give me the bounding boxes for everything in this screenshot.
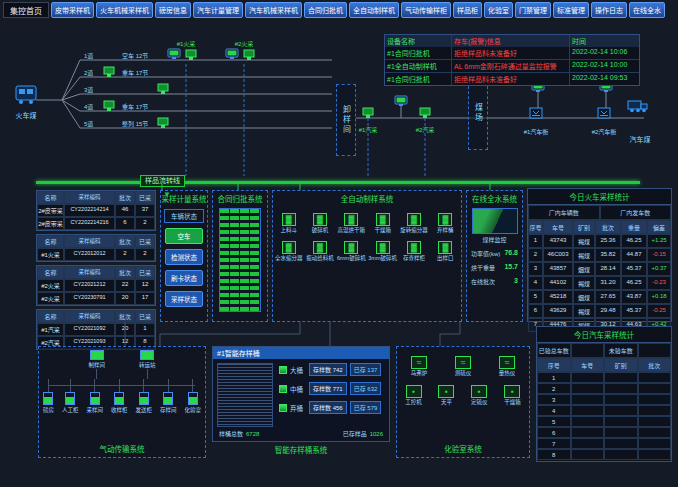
sample-table: 名称采样编码批次已采#2火采CY220212122212#2火采CY202307… bbox=[36, 265, 156, 306]
header-cell: 矿别 bbox=[604, 358, 638, 372]
table-cell: 44.87 bbox=[621, 248, 647, 262]
nav-home-label[interactable]: 集控首页 bbox=[3, 2, 49, 18]
autoprep-panel: 全自动制样系统 ▓上料斗▓破碎机▓高温烘干箱▓干燥箱▓旋转缩分器▓弃样桶 ▓全水… bbox=[272, 190, 462, 322]
equipment-icon: ▓ bbox=[407, 241, 421, 254]
bucket-footer: 样桶总数6728已存样品1026 bbox=[213, 429, 389, 441]
autoprep-title: 全自动制样系统 bbox=[273, 191, 461, 205]
equipment-icon: ▓ bbox=[282, 241, 296, 254]
train-stats-header: 序号车号矿别批次重量偏差 bbox=[528, 220, 671, 234]
sampler-icon bbox=[244, 50, 254, 60]
nav-item[interactable]: 汽车计量管理 bbox=[193, 2, 243, 18]
nav-item[interactable]: 样品柜 bbox=[453, 2, 482, 18]
nav-item[interactable]: 标准管理 bbox=[553, 2, 589, 18]
table-cell: CY22012012 bbox=[64, 248, 115, 261]
batching-title: 合同归批系统 bbox=[213, 191, 267, 205]
table-row: 1 bbox=[537, 372, 671, 383]
index-cell: 3 bbox=[537, 394, 571, 405]
summary-cell: 厂内车辆数 bbox=[528, 205, 600, 220]
node-label: 人工柜 bbox=[62, 406, 79, 414]
table-row: 143743褐煤25.3646.25+1.25 bbox=[528, 234, 671, 248]
cabinet-icon bbox=[139, 392, 149, 405]
empty-cell bbox=[638, 449, 672, 460]
status-button[interactable]: 空车 bbox=[165, 228, 203, 244]
nav-item[interactable]: 门禁管理 bbox=[515, 2, 551, 18]
alarm-message: 拒绝样品料未准备好 bbox=[451, 47, 569, 59]
instrument-icon: ≈ bbox=[411, 356, 427, 369]
total-label: 样桶总数 bbox=[219, 431, 243, 437]
nav-item[interactable]: 气动传输样柜 bbox=[401, 2, 451, 18]
status-button[interactable]: 采样状态 bbox=[165, 291, 203, 307]
nav-item[interactable]: 合同归批机 bbox=[304, 2, 347, 18]
equipment-label: 上料斗 bbox=[274, 227, 303, 233]
flow-arrow-icon: ▼ bbox=[163, 191, 171, 199]
equipment-label: 振动给料机 bbox=[305, 255, 334, 261]
table-row: 7 bbox=[537, 438, 671, 449]
stat-label: 烘干重量 bbox=[471, 263, 495, 272]
table-cell: 31.20 bbox=[595, 276, 621, 290]
empty-cell bbox=[604, 383, 638, 394]
batching-panel: 合同归批系统 bbox=[212, 190, 268, 322]
nav-item[interactable]: 在线全水 bbox=[629, 2, 665, 18]
truck-sampler-2-icon bbox=[420, 108, 430, 118]
table-cell: 12 bbox=[135, 279, 155, 292]
header-cell: 已采 bbox=[135, 310, 155, 323]
equipment-icon: ▓ bbox=[344, 213, 358, 226]
track-1-note: 空车 12节 bbox=[122, 52, 148, 60]
bucket-row: 弃桶存样数 456已存 579 bbox=[279, 401, 385, 414]
nav-item[interactable]: 汽车机械采样机 bbox=[245, 2, 302, 18]
table-row: 246C003褐煤35.8244.87-0.15 bbox=[528, 248, 671, 262]
nav-item[interactable]: 磅房信息 bbox=[155, 2, 191, 18]
nav-item[interactable]: 火车机械采样机 bbox=[96, 2, 153, 18]
alarm-col-device: 设备名称 bbox=[385, 35, 451, 47]
header-cell: 采样编码 bbox=[64, 191, 115, 204]
table-row: 343857烟煤28.1445.37+0.37 bbox=[528, 262, 671, 276]
alarm-table: 设备名称 存车(报警)信息 时间 #1合同归批机拒绝样品料未准备好2022-02… bbox=[384, 34, 640, 86]
header-cell: 批次 bbox=[115, 266, 135, 279]
thumbnail-caption: 煤样监控 bbox=[467, 235, 522, 244]
pneumatic-cabinet: 化验室 bbox=[184, 379, 201, 414]
empty-cell bbox=[604, 394, 638, 405]
equipment-label: 3mm破碎机 bbox=[368, 255, 397, 261]
equipment-icon: ▓ bbox=[313, 241, 327, 254]
nav-item[interactable]: 化验室 bbox=[484, 2, 513, 18]
table-cell: #1火采 bbox=[37, 248, 64, 261]
nav-item[interactable]: 全自动制样机 bbox=[349, 2, 399, 18]
sample-table-header: 名称采样编码批次已采 bbox=[37, 235, 155, 248]
nav-item[interactable]: 皮带采样机 bbox=[51, 2, 94, 18]
equipment-item: ▓弃样桶 bbox=[431, 213, 460, 233]
track-2-label: 2道 bbox=[84, 69, 93, 77]
alarm-row: #1合同归批机拒绝样品料未准备好2022-02-14 10:06 bbox=[385, 47, 639, 59]
online-water-panel: 在线全水系统 煤样监控 功率值(kw)76.8烘干重量15.7在线批次3 bbox=[466, 190, 523, 322]
alarm-device: #1全自动制样机 bbox=[385, 60, 451, 72]
table-cell: 25.36 bbox=[595, 234, 621, 248]
alarm-device: #1合同归批机 bbox=[385, 73, 451, 85]
table-cell: -0.15 bbox=[647, 248, 671, 262]
index-cell: 5 bbox=[537, 416, 571, 427]
monitor-icon bbox=[226, 49, 238, 59]
status-button[interactable]: 刷卡状态 bbox=[165, 270, 203, 286]
header-cell: 采样编码 bbox=[64, 310, 115, 323]
table-cell: CY2202214216 bbox=[64, 217, 115, 230]
pneumatic-cabinet: 采样间 bbox=[86, 379, 103, 414]
alarm-message: AL 6mm金刚石碎通过量监控报警 bbox=[451, 60, 569, 72]
lab-instrument: ≈马弗炉 bbox=[411, 356, 428, 376]
instrument-label: 干燥箱 bbox=[504, 399, 521, 405]
water-stat-row: 在线批次3 bbox=[467, 272, 522, 286]
bucket-caption: 智能存样桶系统 bbox=[212, 444, 390, 455]
track-sampler-icon bbox=[158, 118, 168, 128]
table-cell: 2#皮带采 bbox=[37, 204, 64, 217]
status-button[interactable]: 检测状态 bbox=[165, 249, 203, 265]
track-1-label: 1道 bbox=[84, 52, 93, 60]
bucket-used: 已存 632 bbox=[350, 382, 382, 395]
table-cell: 43629 bbox=[543, 304, 573, 318]
bucket-name: 弃桶 bbox=[290, 403, 306, 413]
equipment-icon: ▓ bbox=[438, 241, 452, 254]
lab-panel: ≈马弗炉≈测硫仪≈量热仪 ▪工控机▪天平▪定硫仪▪干燥箱 化验室系统 bbox=[396, 346, 530, 458]
bucket-rows: 大桶存样数 742已存 137中桶存样数 771已存 632弃桶存样数 456已… bbox=[273, 363, 385, 427]
header-cell: 名称 bbox=[37, 266, 64, 279]
table-row: #1火采CY2201201222 bbox=[37, 248, 155, 261]
empty-cell bbox=[638, 394, 672, 405]
summary-cell: 厂内发车数 bbox=[600, 205, 672, 220]
nav-item[interactable]: 操作日志 bbox=[591, 2, 627, 18]
equipment-icon: ▓ bbox=[407, 213, 421, 226]
